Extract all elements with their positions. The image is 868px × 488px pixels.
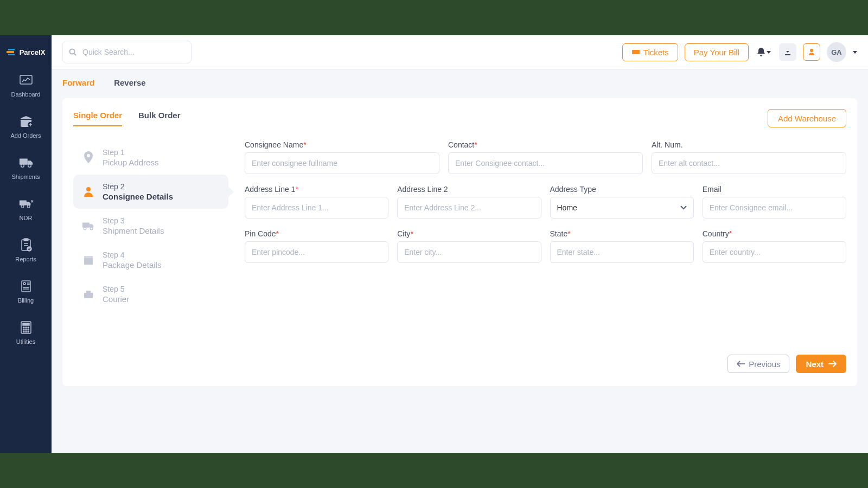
add-warehouse-button[interactable]: Add Warehouse: [768, 109, 846, 127]
svg-point-7: [28, 164, 31, 168]
dashboard-icon: [18, 74, 34, 87]
step-pickup-address[interactable]: Step 1 Pickup Address: [73, 140, 228, 175]
svg-rect-35: [84, 293, 93, 298]
svg-rect-30: [82, 222, 90, 227]
svg-rect-33: [84, 258, 93, 265]
field-pincode: Pin Code*: [245, 229, 388, 263]
sidebar-item-shipments[interactable]: Shipments: [0, 147, 52, 189]
search-input[interactable]: [62, 41, 192, 63]
svg-point-6: [21, 164, 24, 168]
sidebar-item-dashboard[interactable]: Dashboard: [0, 65, 52, 106]
notification-button[interactable]: [755, 43, 773, 61]
calculator-icon: [18, 321, 34, 334]
search-icon: [69, 48, 76, 56]
tickets-button[interactable]: Tickets: [622, 43, 678, 61]
ndr-icon: [18, 197, 34, 210]
download-button[interactable]: [779, 43, 796, 61]
pincode-input[interactable]: [245, 241, 388, 263]
avatar-caret-icon[interactable]: [853, 51, 857, 54]
svg-point-26: [28, 331, 29, 332]
next-button[interactable]: Next: [796, 355, 846, 373]
pay-bill-button[interactable]: Pay Your Bill: [685, 43, 749, 61]
sidebar: ParcelX Dashboard Add Orders Shipments N…: [0, 35, 52, 453]
svg-point-20: [28, 327, 29, 328]
ticket-icon: [631, 48, 640, 56]
field-alt-num: Alt. Num.: [652, 140, 846, 174]
download-icon: [784, 48, 792, 56]
brand-logo[interactable]: ParcelX: [7, 35, 46, 65]
tab-forward[interactable]: Forward: [62, 78, 94, 91]
arrow-right-icon: [828, 360, 837, 368]
svg-point-18: [23, 327, 24, 328]
tab-reverse[interactable]: Reverse: [114, 78, 145, 91]
svg-point-25: [25, 331, 27, 332]
sidebar-item-utilities[interactable]: Utilities: [0, 312, 52, 354]
sidebar-item-billing[interactable]: Billing: [0, 271, 52, 312]
svg-rect-0: [7, 51, 14, 53]
alt-num-input[interactable]: [652, 152, 846, 174]
svg-point-27: [70, 49, 75, 54]
field-city: City*: [397, 229, 541, 263]
field-country: Country*: [703, 229, 846, 263]
bell-icon: [757, 47, 765, 57]
svg-point-21: [23, 329, 24, 330]
svg-point-29: [86, 187, 91, 191]
avatar[interactable]: GA: [827, 42, 846, 62]
field-address-type: Address Type Home: [550, 185, 694, 219]
svg-rect-2: [8, 54, 15, 55]
sidebar-item-add-orders[interactable]: Add Orders: [0, 106, 52, 147]
state-input[interactable]: [550, 241, 694, 263]
email-input[interactable]: [703, 197, 846, 219]
field-consignee-name: Consignee Name*: [245, 140, 439, 174]
location-pin-icon: [82, 151, 95, 164]
step-consignee-details[interactable]: Step 2 Consignee Details: [73, 175, 228, 209]
svg-point-22: [25, 329, 27, 330]
address-1-input[interactable]: [245, 197, 388, 219]
step-shipment-details[interactable]: Step 3 Shipment Details: [73, 209, 228, 243]
svg-rect-14: [22, 281, 30, 292]
step-courier[interactable]: Step 5 Courier: [73, 277, 228, 311]
tab-single-order[interactable]: Single Order: [73, 111, 122, 126]
field-address-1: Address Line 1*: [245, 185, 388, 219]
field-email: Email: [703, 185, 846, 219]
svg-point-32: [90, 227, 93, 230]
country-input[interactable]: [703, 241, 846, 263]
brand-logo-icon: [7, 49, 16, 56]
topbar: Tickets Pay Your Bill: [52, 35, 868, 69]
box-plus-icon: [18, 115, 34, 128]
form-fields: Consignee Name* Contact* Alt. Num.: [245, 140, 846, 311]
profile-button[interactable]: [803, 43, 820, 61]
svg-rect-34: [84, 256, 93, 258]
svg-rect-8: [19, 200, 26, 205]
direction-tabs: Forward Reverse: [62, 69, 857, 93]
user-icon: [808, 48, 815, 56]
sidebar-item-ndr[interactable]: NDR: [0, 189, 52, 230]
svg-point-10: [27, 205, 30, 208]
consignee-name-input[interactable]: [245, 152, 439, 174]
svg-rect-5: [19, 159, 27, 165]
svg-rect-17: [23, 323, 29, 325]
package-icon: [82, 254, 95, 267]
city-input[interactable]: [397, 241, 541, 263]
svg-point-23: [28, 329, 29, 330]
svg-rect-1: [8, 49, 15, 50]
contact-input[interactable]: [448, 152, 643, 174]
brand-name: ParcelX: [20, 48, 46, 56]
address-2-input[interactable]: [397, 197, 541, 219]
tab-bulk-order[interactable]: Bulk Order: [138, 111, 181, 126]
sidebar-item-reports[interactable]: Reports: [0, 230, 52, 271]
previous-button[interactable]: Previous: [727, 355, 789, 373]
svg-point-9: [21, 205, 24, 208]
order-type-tabs: Single Order Bulk Order: [73, 111, 181, 126]
caret-down-icon: [767, 51, 771, 54]
svg-point-24: [23, 331, 24, 332]
truck-icon: [18, 156, 34, 169]
truck-step-icon: [82, 220, 95, 233]
field-contact: Contact*: [448, 140, 643, 174]
clipboard-check-icon: [18, 239, 34, 252]
address-type-select[interactable]: Home: [550, 197, 694, 219]
field-state: State*: [550, 229, 694, 263]
courier-icon: [82, 288, 95, 301]
step-package-details[interactable]: Step 4 Package Details: [73, 243, 228, 277]
person-icon: [82, 185, 95, 198]
